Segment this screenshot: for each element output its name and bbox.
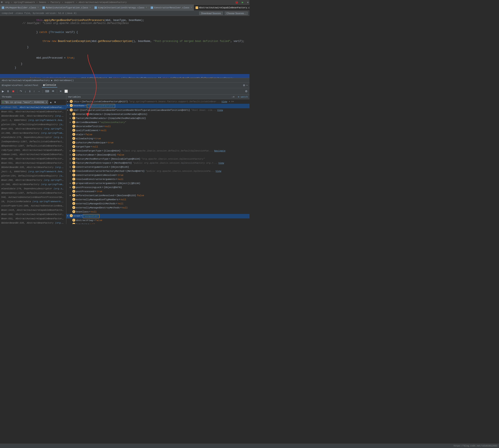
stack-frame-item[interactable]: gleton:234, DefaultSingletonBeanRegistry… bbox=[0, 122, 66, 127]
stack-frame-item[interactable]: reByType:1503, AbstractAutowireCapableBe… bbox=[0, 148, 66, 152]
download-sources-button[interactable]: Download Sources bbox=[199, 12, 223, 15]
var-resolved-constructor[interactable]: ▶ f resolvedConstructorOrFactoryMethod =… bbox=[66, 169, 250, 173]
var-annotation-metadata[interactable]: ▶ f annotationMetadata = {SimpleAnnotati… bbox=[66, 112, 250, 116]
run-to-cursor-button[interactable]: → bbox=[36, 89, 41, 93]
tab-constructorresolver[interactable]: J ConstructorResolver.class × bbox=[149, 5, 194, 11]
var-ext-managed-config[interactable]: f externallyManagedConfigMembers = null bbox=[66, 198, 250, 202]
stack-frame-item[interactable]: teBean:1401, AbstractAutowireCapableBean… bbox=[0, 152, 66, 157]
stack-frame-item[interactable]: 19, InjectionMetadata (org.springframewo… bbox=[0, 199, 66, 204]
view-link[interactable]: View bbox=[215, 169, 221, 173]
tab-close-icon[interactable]: × bbox=[89, 6, 91, 9]
stack-frame-item[interactable]: eCandidate:276, DependencyDescriptor (or… bbox=[0, 187, 66, 191]
var-qualified-element[interactable]: f qualifiedElement = null bbox=[66, 128, 250, 133]
var-post-processed[interactable]: f postProcessed = true bbox=[66, 190, 250, 194]
choose-sources-button[interactable]: Choose Sources... bbox=[225, 12, 248, 15]
restore-layout-button[interactable]: ⬜ bbox=[63, 89, 69, 93]
stack-frame-item[interactable]: 540, AutowiredAnnotationBeanPostProcesso… bbox=[0, 195, 66, 199]
stack-frame-item[interactable]: Bean:608, AbstractAutowireCapableBeanFac… bbox=[0, 157, 66, 161]
var-bean-class[interactable]: f beanClass = null bbox=[66, 210, 250, 214]
stack-frame-item[interactable]: Bean:1415, AbstractAutowireCapableBeanFa… bbox=[0, 208, 66, 212]
stack-frame-item[interactable]: $doGetBean$0:335, AbstractBeanFactory (o… bbox=[0, 165, 66, 169]
var-mbd[interactable]: ▶ f mbd = {ConfigurationClassBeanDefinit… bbox=[66, 108, 250, 112]
console-tab[interactable]: ▦ Console bbox=[42, 83, 58, 87]
navigate-link[interactable]: Navigate bbox=[214, 149, 225, 153]
watches-button[interactable]: 👁 bbox=[51, 89, 56, 93]
view-link[interactable]: View bbox=[218, 161, 224, 165]
var-target-type[interactable]: f targetType = null bbox=[66, 145, 250, 149]
view-link[interactable]: View bbox=[222, 100, 227, 104]
debug-icon[interactable]: 🐞 bbox=[235, 1, 238, 4]
stack-frame-item[interactable]: Bean:531, AbstractAutowireCapableBeanFac… bbox=[0, 161, 66, 165]
var-is-factory-bean[interactable]: ▶ f isFactoryBean = {Boolean@5133} false bbox=[66, 153, 250, 157]
stack-frame-item[interactable]: Bean:208, AbstractBeanFactory (org.sprin… bbox=[0, 178, 66, 182]
stack-frame-item[interactable]: $doGetBean$0:335, AbstractBeanFactory (o… bbox=[0, 221, 66, 224]
var-allow-caching[interactable]: f allowCaching = true bbox=[66, 137, 250, 141]
var-lazy-init[interactable]: f lazyInit = null bbox=[66, 223, 250, 224]
var-resolved-target-type[interactable]: ▶ f resolvedTargetType = {Class@4934} "c… bbox=[66, 149, 250, 153]
var-constructor-arg-lock[interactable]: ▶ f constructorArgumentLock = {Object@51… bbox=[66, 165, 250, 169]
top-nav-toggle[interactable]: ≡ bbox=[1, 1, 2, 4]
step-over-button[interactable]: ↷ bbox=[19, 89, 23, 93]
stack-frame-item[interactable]: ccessProperties:399, AutowiredAnnotation… bbox=[0, 204, 66, 208]
minimize-icon[interactable]: ─ bbox=[246, 84, 248, 87]
var-abstract-flag[interactable]: f abstractFlag = false bbox=[66, 218, 250, 223]
tab-close-icon[interactable]: × bbox=[191, 6, 192, 9]
tab-close-icon[interactable]: × bbox=[37, 6, 39, 9]
stack-frame-item[interactable]: $doGetBean$0:335, AbstractBeanFactory (o… bbox=[0, 114, 66, 118]
var-decorated-definition[interactable]: f decoratedDefinition = null bbox=[66, 125, 250, 128]
evaluate-button[interactable]: ⌨ bbox=[44, 89, 50, 93]
stack-frame-item[interactable]: in:208, AbstractBeanFactory (org.springf… bbox=[0, 131, 66, 135]
var-beanname[interactable]: ▶ f beanName = "sqlSessionFactory" bbox=[66, 104, 250, 108]
stack-frame-item[interactable]: ateBean:595, AbstractAutowireCapableBean… bbox=[0, 105, 66, 110]
var-factory-method-return-type[interactable]: ▶ f factoryMethodReturnType = {Resolvabl… bbox=[66, 157, 250, 161]
tab-abstractautowire[interactable]: J AbstractAutowireCapableBeanFactory.cla… bbox=[194, 5, 250, 11]
view-link[interactable]: View bbox=[217, 109, 223, 112]
thread-nav-down-button[interactable]: ▼ bbox=[53, 100, 57, 104]
thread-dropdown[interactable]: ● "@1 in group "main": RUNNING ▾ bbox=[1, 100, 48, 104]
var-before-instantiation[interactable]: ▶ f beforeInstantiationResolved = {Boole… bbox=[66, 194, 250, 198]
stack-frame-item[interactable]: $Dependency:1287, DefaultListableBeanFac… bbox=[0, 191, 66, 195]
var-is-factory-method-unique[interactable]: f isFactoryMethodUnique = true bbox=[66, 141, 250, 145]
stack-frame-item[interactable]: lveDependency:1367, DefaultListableBeanF… bbox=[0, 140, 66, 144]
var-ext-managed-destroy[interactable]: f externallyManagedDestroyMethods = null bbox=[66, 206, 250, 210]
var-constructor-args-resolved[interactable]: f constructorArgumentsResolved = true bbox=[66, 173, 250, 177]
stack-frame-item[interactable]: ject:-1, 990870941 (org.springframework.… bbox=[0, 118, 66, 122]
var-factory-method-metadata[interactable]: ▶ f factoryMethodMetadata = {SimpleMetho… bbox=[66, 116, 250, 120]
stack-frame-item[interactable]: Bean:333, AbstractBeanFactory (org.sprin… bbox=[0, 127, 66, 131]
settings-button[interactable]: ⚙ bbox=[244, 89, 249, 93]
pause-button[interactable]: ⏸ bbox=[6, 89, 11, 93]
tab-xmlmapperbuilder[interactable]: J XMLMapperBuilder.class × bbox=[0, 5, 41, 11]
stack-frame-item[interactable]: ject:-1, 990870941 (org.springframework.… bbox=[0, 169, 66, 174]
tab-simpleinstantiation[interactable]: J SimpleInstantiationStrategy.class × bbox=[93, 5, 149, 11]
stack-frame-item[interactable]: Bean:531, AbstractAutowireCapableBeanFac… bbox=[0, 110, 66, 114]
step-into-button[interactable]: ↓ bbox=[24, 89, 27, 93]
stack-frame-item[interactable]: Bean:531, AbstractAutowireCapableBeanFac… bbox=[0, 217, 66, 221]
force-step-into-button[interactable]: ⇓ bbox=[28, 89, 32, 93]
step-out-button[interactable]: ↑ bbox=[32, 89, 36, 93]
close-icon[interactable]: ✕ bbox=[247, 1, 249, 4]
var-scope[interactable]: ▶ f scope = "singleton" bbox=[66, 214, 250, 218]
var-derived-bean-name[interactable]: ▶ f derivedBeanName = "sqlSessionFactory… bbox=[66, 120, 250, 125]
resume-button[interactable]: ▶ bbox=[1, 89, 5, 93]
stack-frame-item[interactable]: eCandidate:276, DependencyDescriptor (or… bbox=[0, 135, 66, 140]
var-resolved-constructor-args[interactable]: f resolvedConstructorArguments = null bbox=[66, 177, 250, 181]
stack-frame-item[interactable]: in:208, AbstractBeanFactory (org.springf… bbox=[0, 182, 66, 187]
var-prepared-constructor-args[interactable]: ▶ f preparedConstructorArguments = {Obje… bbox=[66, 181, 250, 186]
var-post-processing-lock[interactable]: ▶ f postProcessingLock = {Object@5078} bbox=[66, 186, 250, 190]
stack-frame-item[interactable]: $Dependency:1287, DefaultListableBeanFac… bbox=[0, 144, 66, 148]
stop-button[interactable]: ⏹ bbox=[11, 89, 16, 93]
thread-nav-up-button[interactable]: ▲ bbox=[49, 100, 52, 104]
watch-label[interactable]: ⊕ watch bbox=[238, 96, 248, 98]
mute-breakpoints-button[interactable]: ✕ bbox=[58, 89, 63, 93]
var-ext-managed-init[interactable]: f externallyManagedInitMethods = null bbox=[66, 202, 250, 206]
settings-gear-icon[interactable]: ⚙ bbox=[243, 83, 245, 87]
tab-close-icon[interactable]: × bbox=[146, 6, 147, 9]
var-stale[interactable]: f stale = false bbox=[66, 133, 250, 137]
tab-mybatisauto[interactable]: J MybatisAutoConfiguration.class × bbox=[41, 5, 93, 11]
code-line bbox=[0, 50, 250, 53]
stack-frame-item[interactable]: gleton:234, DefaultSingletonBeanRegistry… bbox=[0, 174, 66, 178]
stack-frame-item[interactable]: Bean:608, AbstractAutowireCapableBeanFac… bbox=[0, 212, 66, 217]
run-icon[interactable]: ▶ bbox=[242, 1, 243, 4]
var-this[interactable]: ▶ f this = {DefaultListableBeanFactory@4… bbox=[66, 100, 250, 104]
var-factory-method-introspect[interactable]: ▶ f factoryMethodToIntrospect = {Method@… bbox=[66, 161, 250, 165]
